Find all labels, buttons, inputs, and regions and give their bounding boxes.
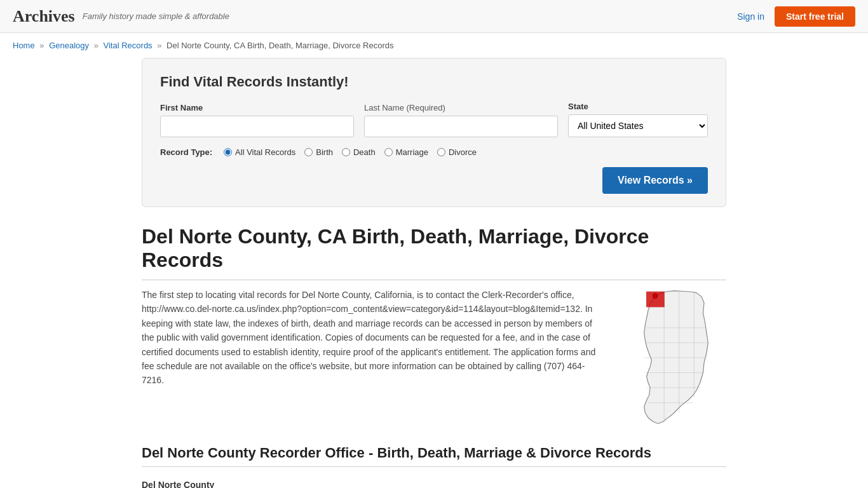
start-trial-button[interactable]: Start free trial (775, 6, 855, 27)
map-container (612, 288, 726, 430)
radio-death-label: Death (353, 147, 376, 157)
california-map (612, 288, 726, 428)
last-name-label: Last Name (Required) (364, 103, 558, 112)
page-title: Del Norte County, CA Birth, Death, Marri… (142, 225, 726, 280)
last-name-required: (Required) (407, 103, 445, 112)
search-box: Find Vital Records Instantly! First Name… (142, 58, 726, 207)
radio-death-input[interactable] (342, 148, 350, 156)
radio-divorce[interactable]: Divorce (437, 147, 477, 157)
breadcrumb-sep1: » (39, 41, 44, 50)
site-header: Archives Family history made simple & af… (0, 0, 868, 33)
header-left: Archives Family history made simple & af… (13, 7, 229, 26)
radio-divorce-label: Divorce (449, 147, 477, 157)
first-name-label: First Name (160, 103, 354, 112)
radio-birth-input[interactable] (304, 148, 313, 156)
radio-marriage[interactable]: Marriage (384, 147, 428, 157)
search-fields: First Name Last Name (Required) State Al… (160, 102, 708, 137)
radio-birth[interactable]: Birth (304, 147, 333, 157)
site-logo: Archives (13, 7, 75, 26)
page-description: The first step to locating vital records… (142, 288, 599, 430)
breadcrumb-home[interactable]: Home (13, 41, 35, 50)
first-name-field-group: First Name (160, 103, 354, 137)
last-name-field-group: Last Name (Required) (364, 103, 558, 137)
state-field-group: State All United StatesAlabamaAlaskaAriz… (568, 102, 708, 137)
last-name-input[interactable] (364, 116, 558, 137)
state-label: State (568, 102, 708, 111)
record-type-label: Record Type: (160, 147, 212, 157)
first-name-input[interactable] (160, 116, 354, 137)
radio-death[interactable]: Death (342, 147, 376, 157)
state-select[interactable]: All United StatesAlabamaAlaskaArizonaCal… (568, 114, 708, 137)
search-btn-row: View Records » (160, 167, 708, 194)
content-section: The first step to locating vital records… (142, 288, 726, 430)
breadcrumb-sep3: » (157, 41, 161, 50)
breadcrumb-sep2: » (94, 41, 98, 50)
radio-all-vital-input[interactable] (224, 148, 232, 156)
radio-birth-label: Birth (316, 147, 333, 157)
main-content: Find Vital Records Instantly! First Name… (129, 58, 739, 488)
breadcrumb: Home » Genealogy » Vital Records » Del N… (0, 33, 868, 58)
recorder-section-title: Del Norte County Recorder Office - Birth… (142, 445, 726, 467)
breadcrumb-current: Del Norte County, CA Birth, Death, Marri… (166, 41, 393, 50)
radio-marriage-label: Marriage (396, 147, 428, 157)
radio-group: All Vital Records Birth Death Marriage D… (224, 147, 477, 157)
view-records-button[interactable]: View Records » (602, 167, 708, 194)
breadcrumb-genealogy[interactable]: Genealogy (49, 41, 89, 50)
search-title: Find Vital Records Instantly! (160, 74, 708, 90)
signin-link[interactable]: Sign in (737, 11, 764, 22)
svg-point-10 (653, 294, 658, 299)
radio-all-vital[interactable]: All Vital Records (224, 147, 295, 157)
radio-all-vital-label: All Vital Records (235, 147, 295, 157)
record-type-row: Record Type: All Vital Records Birth Dea… (160, 147, 708, 157)
header-right: Sign in Start free trial (737, 6, 855, 27)
office-info: Del Norte County 981 H St, #160 Crescent… (142, 477, 726, 488)
site-tagline: Family history made simple & affordable (83, 11, 229, 21)
breadcrumb-vital-records[interactable]: Vital Records (104, 41, 153, 50)
radio-divorce-input[interactable] (437, 148, 445, 156)
radio-marriage-input[interactable] (384, 148, 393, 156)
office-name: Del Norte County (142, 477, 726, 488)
